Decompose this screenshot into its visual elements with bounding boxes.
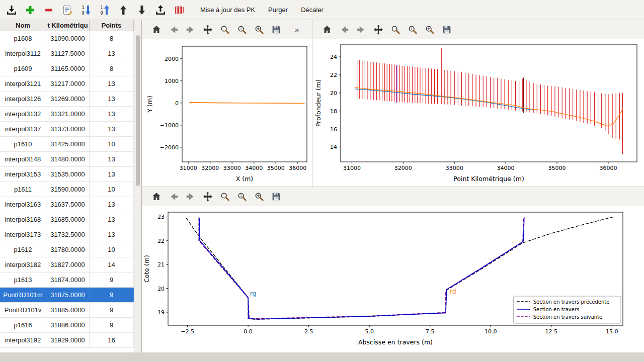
table-row[interactable]: interpol313231321.000013 — [0, 107, 134, 122]
table-cell: 31090.0000 — [46, 31, 90, 46]
forward-icon[interactable] — [355, 23, 368, 36]
table-cell: interpol3168 — [0, 212, 46, 227]
home-icon[interactable] — [150, 23, 163, 36]
svg-text:10.0: 10.0 — [485, 328, 497, 335]
svg-text:34000: 34000 — [245, 165, 263, 171]
svg-text:36000: 36000 — [599, 165, 617, 171]
home-icon[interactable] — [150, 190, 163, 203]
toolbar-overflow-chevron[interactable]: » — [295, 25, 299, 34]
svg-text:0: 0 — [175, 100, 179, 107]
profile-plot-panel: 1 31000320003300034000350003600014161820… — [312, 20, 644, 187]
longitudinal-profile-plot[interactable]: 3100032000330003400035000360001416182022… — [312, 39, 643, 187]
table-cell: 31874.0000 — [46, 273, 90, 287]
table-row[interactable]: interpol318231827.000014 — [0, 257, 134, 273]
table-cell: interpol3163 — [0, 197, 46, 212]
top-plots-row: 1» 310003200033000340003500036000−2000−1… — [142, 20, 644, 187]
table-row[interactable]: interpol313731373.000013 — [0, 122, 134, 137]
table-row[interactable]: p161631886.00009 — [0, 318, 134, 333]
table-cell: 31165.0000 — [46, 61, 90, 76]
back-icon[interactable] — [167, 23, 180, 36]
table-row[interactable]: interpol319231929.000016 — [0, 333, 134, 348]
svg-text:1: 1 — [100, 5, 103, 10]
table-row[interactable]: interpol315331535.000013 — [0, 167, 134, 182]
column-header[interactable]: t Kilométriqu — [46, 20, 90, 31]
zoom-icon[interactable] — [218, 23, 231, 36]
svg-text:35000: 35000 — [548, 165, 566, 171]
scrollbar-thumb[interactable] — [136, 35, 140, 186]
zoom-original-icon[interactable]: 1 — [406, 23, 419, 36]
table-row[interactable]: PontRD101m31875.00009 — [0, 288, 134, 303]
pan-icon[interactable] — [372, 23, 385, 36]
table-cell: interpol3173 — [0, 227, 46, 242]
home-icon[interactable] — [320, 23, 334, 36]
import-icon[interactable] — [4, 3, 19, 18]
cross-section-plot[interactable]: rgrd−2.50.02.55.07.510.012.515.019202122… — [142, 206, 643, 352]
table-row[interactable]: interpol312131217.000013 — [0, 76, 134, 92]
zoom-original-icon[interactable]: 1 — [235, 23, 249, 36]
xy-plot[interactable]: 310003200033000340003500036000−2000−1000… — [142, 39, 312, 187]
table-row[interactable]: interpol316331637.500013 — [0, 197, 134, 212]
main-area: Nomt KilométriquPoints p160831090.00008i… — [0, 20, 644, 352]
forward-icon[interactable] — [184, 190, 197, 203]
table-row[interactable]: PontRD101v31885.00009 — [0, 303, 134, 318]
table-row[interactable]: p161331874.00009 — [0, 273, 134, 288]
move-down-icon[interactable] — [134, 3, 149, 18]
sections-icon[interactable] — [172, 3, 187, 18]
save-icon[interactable] — [270, 23, 283, 36]
svg-text:12.5: 12.5 — [545, 328, 558, 335]
svg-text:1: 1 — [240, 194, 243, 198]
table-cell: interpol3132 — [0, 107, 46, 121]
move-up-icon[interactable] — [116, 3, 131, 18]
sort-asc-icon[interactable]: 19 — [97, 3, 112, 18]
export-icon[interactable] — [153, 3, 168, 18]
table-row[interactable]: p161031425.000010 — [0, 137, 134, 152]
save-icon[interactable] — [440, 23, 453, 36]
table-cell: 31885.0000 — [46, 303, 90, 317]
save-icon[interactable] — [270, 190, 283, 203]
table-row[interactable]: interpol317331732.500013 — [0, 227, 134, 242]
table-row[interactable]: p161131590.000010 — [0, 182, 134, 197]
svg-text:1000: 1000 — [165, 78, 179, 84]
sort-desc-icon[interactable]: 19 — [78, 3, 94, 18]
xy-plot-panel: 1» 310003200033000340003500036000−2000−1… — [142, 20, 312, 187]
table-row[interactable]: interpol314831480.000013 — [0, 152, 134, 167]
svg-text:33000: 33000 — [446, 165, 463, 171]
zoom-in-icon[interactable] — [423, 23, 436, 36]
remove-icon[interactable] — [41, 3, 56, 18]
svg-text:33000: 33000 — [223, 165, 241, 171]
zoom-icon[interactable] — [218, 190, 231, 203]
table-row[interactable]: interpol316831685.000013 — [0, 212, 134, 227]
pan-icon[interactable] — [201, 190, 214, 203]
table-row[interactable]: interpol312631269.000013 — [0, 92, 134, 107]
table-cell: 31780.0000 — [46, 242, 90, 257]
table-body: p160831090.00008interpol311231127.500013… — [0, 31, 134, 348]
zoom-icon[interactable] — [389, 23, 402, 36]
update-pk-button[interactable]: Mise à jour des PK — [194, 3, 262, 18]
purge-button[interactable]: Purger — [262, 3, 294, 18]
zoom-in-icon[interactable] — [253, 23, 266, 36]
shift-button[interactable]: Décaler — [294, 3, 330, 18]
column-header[interactable]: Nom — [0, 20, 46, 31]
svg-text:20: 20 — [330, 90, 337, 97]
plots-area: 1» 310003200033000340003500036000−2000−1… — [142, 20, 644, 352]
table-row[interactable]: p160931165.00008 — [0, 61, 134, 76]
column-header[interactable]: Points — [90, 20, 134, 31]
table-cell: 13 — [90, 227, 134, 242]
back-icon[interactable] — [338, 23, 351, 36]
table-cell: interpol3112 — [0, 46, 46, 61]
edit-icon[interactable] — [60, 3, 75, 18]
svg-text:−2000: −2000 — [160, 144, 179, 151]
add-icon[interactable] — [23, 3, 38, 18]
vertical-scrollbar[interactable] — [134, 20, 141, 352]
table-row[interactable]: interpol311231127.500013 — [0, 46, 134, 61]
back-icon[interactable] — [167, 190, 180, 203]
table-row[interactable]: p160831090.00008 — [0, 31, 134, 46]
svg-text:−1000: −1000 — [160, 122, 179, 129]
zoom-in-icon[interactable] — [253, 190, 266, 203]
pan-icon[interactable] — [201, 23, 214, 36]
zoom-original-icon[interactable]: 1 — [235, 190, 249, 203]
table-row[interactable]: p161231780.000010 — [0, 242, 134, 257]
forward-icon[interactable] — [184, 23, 197, 36]
table-cell: 31269.0000 — [46, 92, 90, 106]
svg-text:35000: 35000 — [267, 165, 285, 171]
